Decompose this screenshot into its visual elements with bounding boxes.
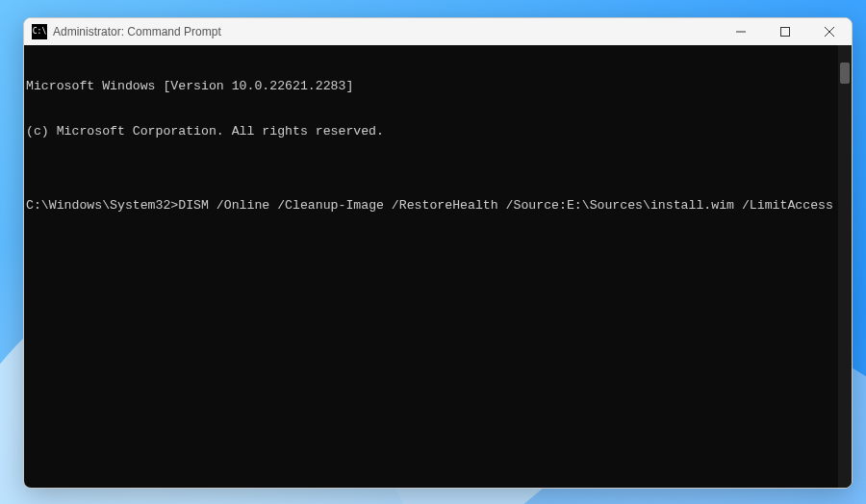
maximize-icon — [780, 27, 790, 37]
minimize-button[interactable] — [719, 18, 763, 45]
maximize-button[interactable] — [763, 18, 807, 45]
titlebar[interactable]: C:\ Administrator: Command Prompt — [24, 18, 852, 45]
command-prompt-window: C:\ Administrator: Command Prompt Micros… — [23, 17, 853, 489]
scrollbar-track[interactable] — [838, 45, 852, 488]
terminal-command: DISM /Online /Cleanup-Image /RestoreHeal… — [178, 198, 833, 214]
window-title: Administrator: Command Prompt — [53, 25, 719, 38]
close-button[interactable] — [807, 18, 852, 45]
cmd-icon: C:\ — [32, 24, 47, 39]
close-icon — [825, 27, 834, 37]
terminal-output[interactable]: Microsoft Windows [Version 10.0.22621.22… — [24, 45, 838, 488]
terminal-prompt: C:\Windows\System32> — [26, 198, 178, 214]
terminal-prompt-line: C:\Windows\System32>DISM /Online /Cleanu… — [26, 198, 836, 214]
scrollbar-thumb[interactable] — [840, 63, 850, 84]
cmd-icon-glyph: C:\ — [33, 28, 46, 36]
svg-rect-1 — [781, 28, 790, 37]
terminal-line-version: Microsoft Windows [Version 10.0.22621.22… — [26, 79, 836, 94]
minimize-icon — [736, 27, 746, 37]
terminal-line-copyright: (c) Microsoft Corporation. All rights re… — [26, 124, 836, 139]
window-controls — [719, 18, 852, 45]
terminal-area[interactable]: Microsoft Windows [Version 10.0.22621.22… — [24, 45, 852, 488]
